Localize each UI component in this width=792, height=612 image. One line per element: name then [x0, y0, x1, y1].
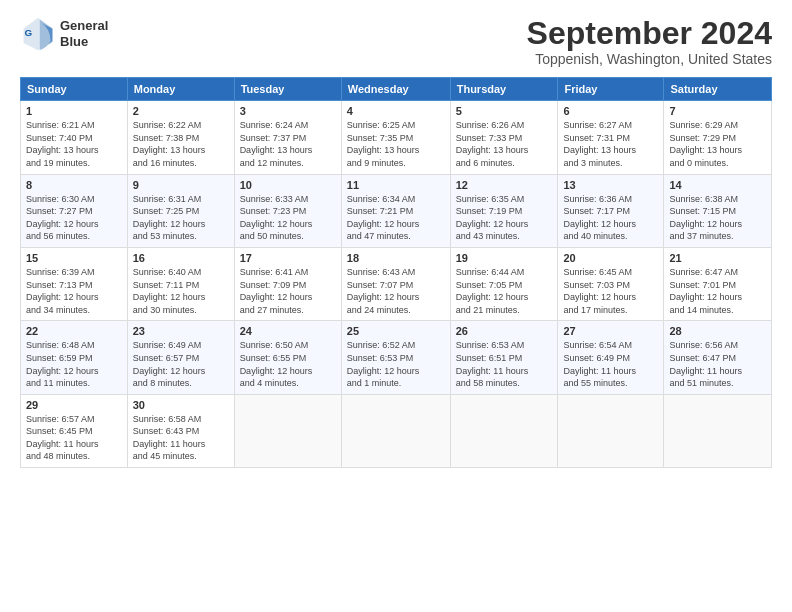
- day-number: 28: [669, 325, 766, 337]
- day-info: Sunrise: 6:34 AM Sunset: 7:21 PM Dayligh…: [347, 193, 445, 243]
- calendar-week-3: 15Sunrise: 6:39 AM Sunset: 7:13 PM Dayli…: [21, 247, 772, 320]
- day-number: 2: [133, 105, 229, 117]
- calendar-table: SundayMondayTuesdayWednesdayThursdayFrid…: [20, 77, 772, 468]
- day-number: 15: [26, 252, 122, 264]
- day-number: 8: [26, 179, 122, 191]
- main-title: September 2024: [527, 16, 772, 51]
- day-number: 1: [26, 105, 122, 117]
- calendar-cell: 21Sunrise: 6:47 AM Sunset: 7:01 PM Dayli…: [664, 247, 772, 320]
- calendar-cell: 14Sunrise: 6:38 AM Sunset: 7:15 PM Dayli…: [664, 174, 772, 247]
- calendar-cell: 26Sunrise: 6:53 AM Sunset: 6:51 PM Dayli…: [450, 321, 558, 394]
- day-number: 7: [669, 105, 766, 117]
- day-info: Sunrise: 6:50 AM Sunset: 6:55 PM Dayligh…: [240, 339, 336, 389]
- calendar-cell: 3Sunrise: 6:24 AM Sunset: 7:37 PM Daylig…: [234, 101, 341, 174]
- calendar-cell: 27Sunrise: 6:54 AM Sunset: 6:49 PM Dayli…: [558, 321, 664, 394]
- day-number: 25: [347, 325, 445, 337]
- calendar-cell: 7Sunrise: 6:29 AM Sunset: 7:29 PM Daylig…: [664, 101, 772, 174]
- logo-icon: G: [20, 16, 56, 52]
- day-number: 24: [240, 325, 336, 337]
- calendar-cell: 23Sunrise: 6:49 AM Sunset: 6:57 PM Dayli…: [127, 321, 234, 394]
- calendar-week-2: 8Sunrise: 6:30 AM Sunset: 7:27 PM Daylig…: [21, 174, 772, 247]
- calendar-header-row: SundayMondayTuesdayWednesdayThursdayFrid…: [21, 78, 772, 101]
- day-info: Sunrise: 6:24 AM Sunset: 7:37 PM Dayligh…: [240, 119, 336, 169]
- calendar-cell: 16Sunrise: 6:40 AM Sunset: 7:11 PM Dayli…: [127, 247, 234, 320]
- calendar-cell: 25Sunrise: 6:52 AM Sunset: 6:53 PM Dayli…: [341, 321, 450, 394]
- day-number: 5: [456, 105, 553, 117]
- day-info: Sunrise: 6:49 AM Sunset: 6:57 PM Dayligh…: [133, 339, 229, 389]
- day-header-thursday: Thursday: [450, 78, 558, 101]
- calendar-cell: [341, 394, 450, 467]
- day-info: Sunrise: 6:22 AM Sunset: 7:38 PM Dayligh…: [133, 119, 229, 169]
- day-number: 10: [240, 179, 336, 191]
- svg-text:G: G: [25, 27, 33, 38]
- day-number: 29: [26, 399, 122, 411]
- day-number: 11: [347, 179, 445, 191]
- day-number: 22: [26, 325, 122, 337]
- day-info: Sunrise: 6:53 AM Sunset: 6:51 PM Dayligh…: [456, 339, 553, 389]
- day-header-wednesday: Wednesday: [341, 78, 450, 101]
- calendar-cell: 15Sunrise: 6:39 AM Sunset: 7:13 PM Dayli…: [21, 247, 128, 320]
- day-header-tuesday: Tuesday: [234, 78, 341, 101]
- day-info: Sunrise: 6:33 AM Sunset: 7:23 PM Dayligh…: [240, 193, 336, 243]
- day-info: Sunrise: 6:31 AM Sunset: 7:25 PM Dayligh…: [133, 193, 229, 243]
- day-number: 14: [669, 179, 766, 191]
- day-number: 4: [347, 105, 445, 117]
- day-number: 26: [456, 325, 553, 337]
- calendar-week-1: 1Sunrise: 6:21 AM Sunset: 7:40 PM Daylig…: [21, 101, 772, 174]
- calendar-cell: 8Sunrise: 6:30 AM Sunset: 7:27 PM Daylig…: [21, 174, 128, 247]
- day-info: Sunrise: 6:56 AM Sunset: 6:47 PM Dayligh…: [669, 339, 766, 389]
- calendar-cell: [450, 394, 558, 467]
- day-info: Sunrise: 6:30 AM Sunset: 7:27 PM Dayligh…: [26, 193, 122, 243]
- day-number: 9: [133, 179, 229, 191]
- day-number: 20: [563, 252, 658, 264]
- calendar-cell: 18Sunrise: 6:43 AM Sunset: 7:07 PM Dayli…: [341, 247, 450, 320]
- calendar-cell: 24Sunrise: 6:50 AM Sunset: 6:55 PM Dayli…: [234, 321, 341, 394]
- calendar-cell: 29Sunrise: 6:57 AM Sunset: 6:45 PM Dayli…: [21, 394, 128, 467]
- day-number: 21: [669, 252, 766, 264]
- day-number: 12: [456, 179, 553, 191]
- day-number: 19: [456, 252, 553, 264]
- day-info: Sunrise: 6:57 AM Sunset: 6:45 PM Dayligh…: [26, 413, 122, 463]
- calendar-cell: [234, 394, 341, 467]
- day-info: Sunrise: 6:21 AM Sunset: 7:40 PM Dayligh…: [26, 119, 122, 169]
- day-number: 17: [240, 252, 336, 264]
- day-info: Sunrise: 6:41 AM Sunset: 7:09 PM Dayligh…: [240, 266, 336, 316]
- day-number: 27: [563, 325, 658, 337]
- day-info: Sunrise: 6:27 AM Sunset: 7:31 PM Dayligh…: [563, 119, 658, 169]
- calendar-body: 1Sunrise: 6:21 AM Sunset: 7:40 PM Daylig…: [21, 101, 772, 468]
- logo: G General Blue: [20, 16, 108, 52]
- day-info: Sunrise: 6:52 AM Sunset: 6:53 PM Dayligh…: [347, 339, 445, 389]
- day-info: Sunrise: 6:48 AM Sunset: 6:59 PM Dayligh…: [26, 339, 122, 389]
- day-info: Sunrise: 6:35 AM Sunset: 7:19 PM Dayligh…: [456, 193, 553, 243]
- calendar-cell: 30Sunrise: 6:58 AM Sunset: 6:43 PM Dayli…: [127, 394, 234, 467]
- calendar-cell: 20Sunrise: 6:45 AM Sunset: 7:03 PM Dayli…: [558, 247, 664, 320]
- calendar-cell: [664, 394, 772, 467]
- day-number: 3: [240, 105, 336, 117]
- calendar-cell: 2Sunrise: 6:22 AM Sunset: 7:38 PM Daylig…: [127, 101, 234, 174]
- day-number: 30: [133, 399, 229, 411]
- day-info: Sunrise: 6:43 AM Sunset: 7:07 PM Dayligh…: [347, 266, 445, 316]
- calendar-cell: 1Sunrise: 6:21 AM Sunset: 7:40 PM Daylig…: [21, 101, 128, 174]
- calendar-cell: [558, 394, 664, 467]
- calendar-cell: 5Sunrise: 6:26 AM Sunset: 7:33 PM Daylig…: [450, 101, 558, 174]
- calendar-cell: 9Sunrise: 6:31 AM Sunset: 7:25 PM Daylig…: [127, 174, 234, 247]
- day-info: Sunrise: 6:45 AM Sunset: 7:03 PM Dayligh…: [563, 266, 658, 316]
- calendar-week-4: 22Sunrise: 6:48 AM Sunset: 6:59 PM Dayli…: [21, 321, 772, 394]
- day-info: Sunrise: 6:54 AM Sunset: 6:49 PM Dayligh…: [563, 339, 658, 389]
- day-info: Sunrise: 6:25 AM Sunset: 7:35 PM Dayligh…: [347, 119, 445, 169]
- day-number: 6: [563, 105, 658, 117]
- day-info: Sunrise: 6:38 AM Sunset: 7:15 PM Dayligh…: [669, 193, 766, 243]
- day-info: Sunrise: 6:40 AM Sunset: 7:11 PM Dayligh…: [133, 266, 229, 316]
- calendar-week-5: 29Sunrise: 6:57 AM Sunset: 6:45 PM Dayli…: [21, 394, 772, 467]
- day-number: 18: [347, 252, 445, 264]
- day-info: Sunrise: 6:44 AM Sunset: 7:05 PM Dayligh…: [456, 266, 553, 316]
- subtitle: Toppenish, Washington, United States: [527, 51, 772, 67]
- calendar-cell: 4Sunrise: 6:25 AM Sunset: 7:35 PM Daylig…: [341, 101, 450, 174]
- day-header-monday: Monday: [127, 78, 234, 101]
- day-number: 13: [563, 179, 658, 191]
- day-header-friday: Friday: [558, 78, 664, 101]
- calendar-cell: 28Sunrise: 6:56 AM Sunset: 6:47 PM Dayli…: [664, 321, 772, 394]
- calendar-cell: 22Sunrise: 6:48 AM Sunset: 6:59 PM Dayli…: [21, 321, 128, 394]
- day-header-saturday: Saturday: [664, 78, 772, 101]
- calendar-cell: 13Sunrise: 6:36 AM Sunset: 7:17 PM Dayli…: [558, 174, 664, 247]
